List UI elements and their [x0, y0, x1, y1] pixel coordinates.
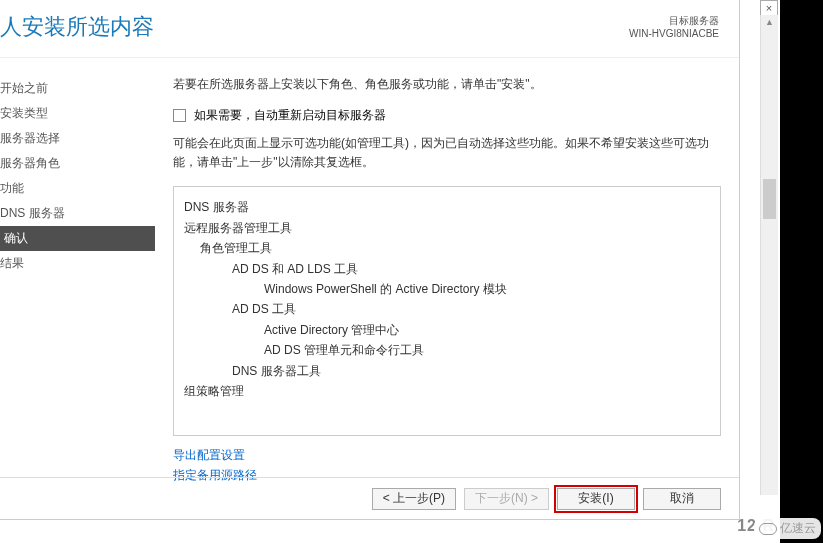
brand-text: 亿速云	[780, 520, 816, 537]
target-server-box: 目标服务器 WIN-HVGI8NIACBE	[629, 8, 719, 47]
brand-badge: 亿速云	[754, 518, 821, 539]
feature-ad-admin-center: Active Directory 管理中心	[184, 320, 710, 340]
intro-text: 若要在所选服务器上安装以下角色、角色服务或功能，请单击"安装"。	[173, 76, 721, 93]
wizard-footer: < 上一步(P) 下一步(N) > 安装(I) 取消	[0, 477, 739, 519]
wizard-sidebar: 开始之前 安装类型 服务器选择 服务器角色 功能 DNS 服务器 确认 结果	[0, 58, 155, 478]
page-title: 人安装所选内容	[0, 8, 154, 47]
wizard-header: 人安装所选内容 目标服务器 WIN-HVGI8NIACBE	[0, 0, 739, 58]
feature-list: DNS 服务器 远程服务器管理工具 角色管理工具 AD DS 和 AD LDS …	[173, 186, 721, 436]
previous-button[interactable]: < 上一步(P)	[372, 488, 456, 510]
sidebar-item-server-selection[interactable]: 服务器选择	[0, 126, 155, 151]
sidebar-item-confirmation[interactable]: 确认	[0, 226, 155, 251]
wizard-dialog: 人安装所选内容 目标服务器 WIN-HVGI8NIACBE 开始之前 安装类型 …	[0, 0, 740, 520]
cloud-icon	[759, 523, 777, 535]
feature-dns-server-tools: DNS 服务器工具	[184, 361, 710, 381]
cancel-button[interactable]: 取消	[643, 488, 721, 510]
sidebar-item-features[interactable]: 功能	[0, 176, 155, 201]
sidebar-item-server-roles[interactable]: 服务器角色	[0, 151, 155, 176]
auto-restart-label: 如果需要，自动重新启动目标服务器	[194, 107, 386, 124]
feature-dns-server: DNS 服务器	[184, 197, 710, 217]
target-server-value: WIN-HVGI8NIACBE	[629, 28, 719, 39]
sidebar-item-dns-server[interactable]: DNS 服务器	[0, 201, 155, 226]
scroll-thumb[interactable]	[763, 179, 776, 219]
background-scrollbar[interactable]: ▲	[760, 15, 778, 495]
feature-role-admin-tools: 角色管理工具	[184, 238, 710, 258]
feature-powershell-ad-module: Windows PowerShell 的 Active Directory 模块	[184, 279, 710, 299]
feature-adds-snapins-cli: AD DS 管理单元和命令行工具	[184, 340, 710, 360]
wizard-main: 若要在所选服务器上安装以下角色、角色服务或功能，请单击"安装"。 如果需要，自动…	[155, 58, 739, 478]
export-config-link[interactable]: 导出配置设置	[173, 446, 721, 465]
feature-remote-admin-tools: 远程服务器管理工具	[184, 218, 710, 238]
sidebar-item-installation-type[interactable]: 安装类型	[0, 101, 155, 126]
scroll-up-icon[interactable]: ▲	[761, 15, 778, 29]
sidebar-item-before-you-begin[interactable]: 开始之前	[0, 76, 155, 101]
next-button: 下一步(N) >	[464, 488, 549, 510]
auto-restart-row[interactable]: 如果需要，自动重新启动目标服务器	[173, 107, 721, 124]
optional-features-note: 可能会在此页面上显示可选功能(如管理工具)，因为已自动选择这些功能。如果不希望安…	[173, 134, 721, 172]
feature-group-policy-mgmt: 组策略管理	[184, 381, 710, 401]
sidebar-item-results[interactable]: 结果	[0, 251, 155, 276]
auto-restart-checkbox[interactable]	[173, 109, 186, 122]
feature-adds-tools: AD DS 工具	[184, 299, 710, 319]
feature-adds-adlds-tools: AD DS 和 AD LDS 工具	[184, 259, 710, 279]
install-button[interactable]: 安装(I)	[557, 488, 635, 510]
target-server-label: 目标服务器	[629, 14, 719, 28]
